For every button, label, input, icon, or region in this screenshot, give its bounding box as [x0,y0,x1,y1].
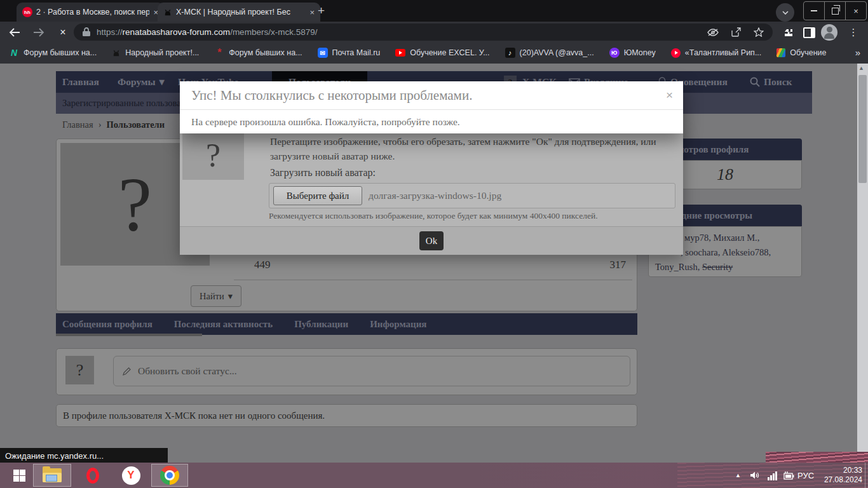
bookmark-label: Почта Mail.ru [332,48,381,57]
ok-button[interactable]: Ok [419,231,444,250]
tiktok-icon: ♪ [505,48,515,58]
bookmark-label: «Талантливый Рип... [685,48,761,57]
taskbar-opera-button[interactable] [79,464,107,487]
tray-expand-button[interactable]: ▲ [735,463,741,488]
bookmark-item[interactable]: ЮЮMoney [609,48,656,58]
cat-favicon-icon [163,8,172,17]
restore-button[interactable] [824,2,845,20]
modal-close-icon[interactable]: × [666,88,673,102]
bookmark-label: Народный проект!... [125,48,199,57]
speaker-icon [750,471,760,480]
error-modal: Упс! Мы столкнулись с некоторыми проблем… [180,81,683,133]
flower-icon: * [214,48,224,58]
clock-date: 27.08.2024 [824,475,862,485]
share-icon[interactable] [731,27,741,37]
bookmark-label: Обучение EXCEL. У... [410,48,489,57]
mail-icon: ✉ [318,48,328,58]
forward-button[interactable] [32,25,46,39]
scrollbar-up-icon[interactable]: ▲ [858,65,864,71]
file-name: долгая-загрузка-windows-10.jpg [369,190,501,201]
taskbar-clock[interactable]: 20:33 27.08.2024 [822,463,862,488]
minimize-icon [811,10,817,11]
tab-strip: hh 2 · Работа в Москве, поиск пер × X-МС… [0,0,868,22]
bookmark-label: ЮMoney [624,48,656,57]
bookmark-label: (20)AVVA (@avva_... [520,48,594,57]
bookmark-item[interactable]: *Форум бывших на... [214,48,302,58]
browser-tab-xmck[interactable]: X-МСК | Народный проект! Бес × [158,3,320,22]
bookmarks-bar: NФорум бывших на... Народный проект!... … [0,42,868,64]
side-panel-button[interactable] [802,25,816,39]
bookmark-item[interactable]: NФорум бывших на... [9,48,97,58]
avatar-head [827,27,832,32]
clock-time: 20:33 [843,466,862,475]
start-button[interactable] [6,464,32,487]
error-modal-bodyrow: На сервере произошла ошибка. Пожалуйста,… [180,110,683,133]
tray-network-button[interactable] [768,470,777,480]
cat-icon [112,48,121,57]
avatar-size-hint: Рекомендуется использовать изображение, … [269,211,598,221]
profile-avatar-button[interactable] [821,24,837,41]
extensions-button[interactable] [780,25,794,39]
browser-tab-hh[interactable]: hh 2 · Работа в Москве, поиск пер × [17,3,164,22]
tray-volume-button[interactable] [750,463,760,488]
hh-favicon-icon: hh [22,7,32,17]
tray-battery-button[interactable] [783,463,795,488]
avatar-dialog-footer: Ok [180,226,683,255]
tab-close-icon[interactable]: × [309,8,315,17]
close-button[interactable]: × [845,2,866,20]
taskbar-chrome-button[interactable] [151,464,188,487]
bookmark-item[interactable]: ♪(20)AVVA (@avva_... [505,48,594,58]
url-scheme: https:// [97,27,123,37]
wallpaper-strip [766,452,868,463]
taskbar-yandex-button[interactable]: Y [117,464,145,487]
minimize-button[interactable] [804,2,824,20]
choose-file-button[interactable]: Выберите файл [273,186,362,205]
bookmark-label: Форум бывших на... [24,48,97,57]
n-logo-icon: N [9,48,19,58]
bookmark-star-icon[interactable] [754,27,764,37]
language-indicator[interactable]: РУС [797,463,814,488]
browser-menu-button[interactable]: ⋮ [846,25,860,39]
screen: hh 2 · Работа в Москве, поиск пер × X-МС… [0,0,868,488]
colored-pencils-icon [776,48,785,57]
url-path: /members/x-mck.5879/ [230,27,317,37]
error-modal-header: Упс! Мы столкнулись с некоторыми проблем… [180,81,683,110]
file-explorer-icon [43,468,62,482]
new-tab-button[interactable]: + [318,4,325,18]
network-status-tooltip: Ожидание mc.yandex.ru... [0,448,168,463]
bookmark-item[interactable]: Обучение [776,48,826,57]
chrome-icon [160,466,179,485]
tab-title: X-МСК | Народный проект! Бес [176,8,306,17]
yandex-browser-icon: Y [122,466,140,485]
bookmark-item[interactable]: Народный проект!... [112,48,199,57]
windows-logo-icon [13,470,25,482]
avatar-body [824,33,834,39]
show-desktop-button[interactable] [865,463,868,488]
scrollbar-thumb[interactable] [858,75,867,183]
bookmark-item[interactable]: «Талантливый Рип... [671,48,761,58]
stop-loading-button[interactable]: × [56,25,70,39]
avatar-instructions: Перетащите изображение, чтобы его обреза… [270,134,659,163]
battery-charging-icon [783,471,795,480]
bookmarks-overflow-button[interactable]: » [855,47,860,58]
error-modal-title: Упс! Мы столкнулись с некоторыми проблем… [191,88,472,104]
puzzle-icon [782,27,793,38]
window-controls: × [803,1,867,20]
back-button[interactable] [8,25,22,39]
eye-slash-icon[interactable] [707,29,719,36]
file-input[interactable]: Выберите файл долгая-загрузка-windows-10… [269,183,675,208]
restore-icon [832,8,839,15]
bookmark-item[interactable]: ✉Почта Mail.ru [318,48,381,58]
taskbar-explorer-button[interactable] [33,464,71,487]
lock-icon [83,27,90,37]
bookmark-item[interactable]: Обучение EXCEL. У... [395,48,489,57]
avatar-upload-label: Загрузить новый аватар: [270,167,376,179]
bookmark-label: Обучение [790,48,826,57]
tab-search-button[interactable] [776,3,794,22]
youtube-channel-icon [671,48,681,58]
opera-icon [86,468,99,484]
side-panel-icon [803,27,815,38]
address-bar[interactable]: https://renatabasharova-forum.com/member… [74,24,773,41]
avatar-dialog-thumbnail: ? [182,130,244,180]
bookmark-label: Форум бывших на... [229,48,302,57]
